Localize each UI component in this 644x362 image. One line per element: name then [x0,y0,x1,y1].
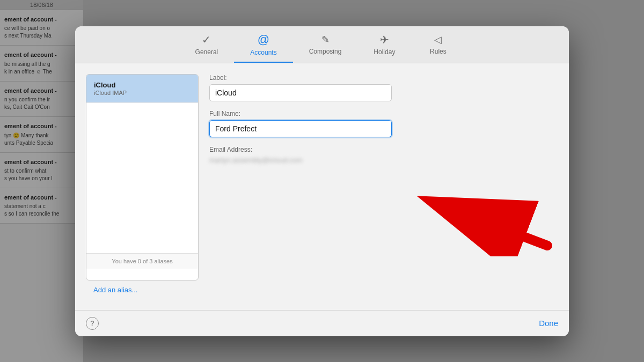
tab-rules[interactable]: ◁ Rules [411,27,465,62]
tab-holiday[interactable]: ✈ Holiday [357,27,411,62]
account-type: iCloud IMAP [94,90,191,96]
red-arrow-annotation [386,192,558,256]
tab-composing-label: Composing [309,48,342,55]
label-input[interactable] [209,84,392,101]
add-alias-button[interactable]: Add an alias... [86,280,199,299]
tab-general-label: General [195,48,218,56]
form-panel: Label: Full Name: Email Address: martyn.… [209,74,558,299]
help-button[interactable]: ? [86,317,99,330]
tab-bar: ✓ General @ Accounts ✎ Composing ✈ Holid… [75,26,569,63]
tab-accounts[interactable]: @ Accounts [234,26,292,63]
alias-footer: You have 0 of 3 aliases [86,253,198,269]
fullname-form-group: Full Name: [209,110,558,137]
account-list: iCloud iCloud IMAP You have 0 of 3 alias… [86,74,199,280]
label-form-group: Label: [209,74,558,101]
tab-accounts-label: Accounts [250,49,276,56]
email-form-group: Email Address: martyn.assembly@icloud.co… [209,146,558,164]
account-item-icloud[interactable]: iCloud iCloud IMAP [86,75,198,103]
accounts-panel: iCloud iCloud IMAP You have 0 of 3 alias… [86,74,199,299]
preferences-modal: ✓ General @ Accounts ✎ Composing ✈ Holid… [75,26,569,336]
modal-overlay: ✓ General @ Accounts ✎ Composing ✈ Holid… [0,0,644,362]
account-name: iCloud [94,81,191,89]
tab-rules-label: Rules [430,48,447,55]
modal-body: iCloud iCloud IMAP You have 0 of 3 alias… [75,63,569,310]
tab-composing[interactable]: ✎ Composing [293,27,358,62]
label-field-label: Label: [209,74,558,82]
composing-icon: ✎ [321,34,330,46]
tab-general[interactable]: ✓ General [179,27,235,62]
general-icon: ✓ [202,33,211,46]
rules-icon: ◁ [434,34,442,46]
email-address-value: martyn.assembly@icloud.com [209,156,558,164]
svg-line-1 [435,203,547,246]
done-button[interactable]: Done [539,319,558,328]
accounts-icon: @ [258,33,269,47]
tab-holiday-label: Holiday [374,48,395,56]
email-field-label: Email Address: [209,146,558,153]
fullname-field-label: Full Name: [209,110,558,117]
holiday-icon: ✈ [380,33,389,46]
modal-footer: ? Done [75,310,569,336]
fullname-input[interactable] [209,120,392,137]
